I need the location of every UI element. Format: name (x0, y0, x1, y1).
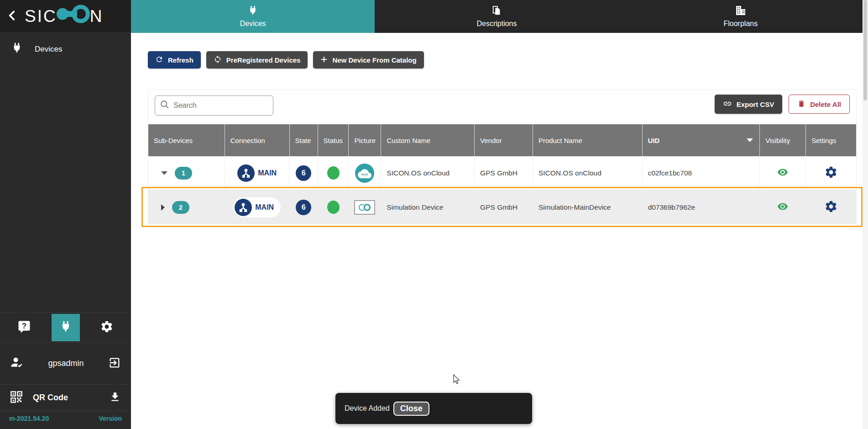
back-button[interactable] (0, 10, 25, 23)
tab-floorplans[interactable]: Floorplans (619, 0, 863, 33)
qr-row: QR Code (0, 384, 131, 411)
export-csv-label: Export CSV (737, 101, 774, 108)
tab-descriptions[interactable]: Descriptions (375, 0, 618, 33)
uid-cell: d07369b7962e (642, 190, 760, 224)
table-actions-bar: Export CSV Delete All (148, 90, 856, 124)
qr-icon[interactable] (10, 391, 23, 405)
vendor-cell: GPS GmbH (474, 156, 533, 190)
refresh-button[interactable]: Refresh (148, 51, 201, 69)
delete-all-button[interactable]: Delete All (789, 95, 850, 114)
version-value: m-2021.54.20 (9, 415, 49, 422)
column-header-connection[interactable]: Connection (225, 124, 289, 156)
column-header-status[interactable]: Status (318, 124, 349, 156)
gear-icon[interactable] (824, 200, 838, 215)
trash-icon (797, 100, 805, 109)
user-row: gpsadmin (0, 342, 131, 384)
descriptions-icon (492, 5, 502, 18)
gear-icon[interactable] (824, 165, 838, 181)
toast-close-button[interactable]: Close (393, 402, 429, 416)
new-device-label: New Device From Catalog (332, 56, 416, 64)
uid-cell: c02fce1bc708 (642, 156, 760, 190)
column-header-sub-devices[interactable]: Sub-Devices (148, 124, 225, 156)
qr-code-label[interactable]: QR Code (23, 393, 109, 403)
refresh-icon (155, 55, 163, 65)
app-logo: SIC N (25, 4, 103, 28)
search-box (155, 95, 273, 116)
plus-icon (320, 56, 328, 64)
product-name-cell: SICON.OS onCloud (533, 156, 642, 190)
vertical-scrollbar[interactable] (863, 0, 868, 429)
sub-device-count-badge: 1 (175, 167, 192, 180)
table-header: Sub-Devices Connection State Status Pict… (148, 124, 856, 156)
devices-panel-button[interactable] (52, 314, 80, 341)
hub-icon (237, 164, 255, 182)
floorplans-icon (735, 5, 746, 18)
app-window: SIC N Devices ? (0, 0, 868, 429)
column-header-custom-name[interactable]: Custom Name (381, 124, 474, 156)
version-row: m-2021.54.20 Version (0, 411, 131, 429)
column-header-visibility[interactable]: Visibility (759, 124, 805, 156)
picture-cell: SICON (348, 156, 381, 190)
picture-cell (348, 190, 381, 224)
main-content: Refresh PreRegistered Devices New Device… (131, 33, 863, 429)
custom-name-cell: Simulation Device (381, 190, 474, 224)
sub-devices-cell: 1 (148, 156, 225, 190)
scrollbar-thumb[interactable] (863, 0, 867, 101)
settings-panel-button[interactable] (93, 314, 121, 341)
status-cell (318, 190, 349, 224)
back-icon (6, 10, 18, 23)
column-header-settings[interactable]: Settings (805, 124, 856, 156)
sidebar: SIC N Devices ? (0, 0, 131, 429)
tab-label: Descriptions (476, 20, 517, 28)
eye-icon[interactable] (776, 201, 790, 214)
sidebar-item-label: Devices (35, 45, 62, 54)
export-csv-button[interactable]: Export CSV (715, 95, 783, 114)
sidebar-footer: ? gpsadmin (0, 312, 131, 429)
sidebar-item-devices[interactable]: Devices (0, 33, 131, 65)
status-online-dot (327, 166, 340, 180)
settings-cell (805, 156, 856, 190)
logo-mark-icon (57, 4, 90, 28)
toast-message: Device Added (345, 404, 390, 413)
table-row[interactable]: 1 MAIN 6 (148, 156, 856, 190)
link-icon (723, 99, 732, 110)
search-icon (160, 100, 170, 111)
plug-icon (248, 5, 257, 18)
state-cell: 6 (289, 190, 318, 224)
device-co-logo-picture (354, 200, 375, 215)
column-header-product-name[interactable]: Product Name (533, 124, 642, 156)
preregistered-label: PreRegistered Devices (226, 56, 301, 64)
logo-text-suffix: N (90, 7, 104, 26)
table-row-selected[interactable]: 2 MAIN 6 (148, 190, 856, 224)
status-online-dot (327, 201, 340, 214)
tab-devices[interactable]: Devices (131, 0, 375, 33)
sub-device-count-badge: 2 (172, 201, 189, 214)
preregistered-devices-button[interactable]: PreRegistered Devices (206, 51, 308, 69)
search-input[interactable] (173, 101, 260, 110)
device-cloud-picture: SICON (355, 164, 374, 183)
plug-icon (60, 320, 71, 335)
sub-devices-cell: 2 (148, 190, 225, 224)
tab-label: Devices (240, 20, 266, 28)
eye-icon[interactable] (776, 167, 790, 180)
download-icon[interactable] (109, 391, 121, 405)
top-tabbar: Devices Descriptions Floorplans (131, 0, 863, 33)
username-label: gpsadmin (24, 359, 108, 368)
expander-collapsed-icon[interactable] (161, 204, 165, 211)
new-device-from-catalog-button[interactable]: New Device From Catalog (313, 51, 424, 69)
status-cell (318, 156, 349, 190)
sidebar-quick-icons: ? (0, 312, 131, 342)
expander-expanded-icon[interactable] (161, 171, 167, 175)
sidebar-header: SIC N (0, 0, 131, 33)
column-header-picture[interactable]: Picture (348, 124, 381, 156)
help-button[interactable]: ? (10, 314, 38, 341)
picture-logo-text: SICON (361, 174, 368, 176)
column-header-uid[interactable]: UID (642, 124, 760, 156)
sync-icon (214, 55, 222, 65)
connection-label: MAIN (258, 169, 277, 177)
sort-desc-icon (747, 138, 753, 142)
column-header-state[interactable]: State (289, 124, 318, 156)
user-check-icon[interactable] (10, 356, 24, 371)
logout-icon[interactable] (108, 356, 121, 371)
column-header-vendor[interactable]: Vendor (474, 124, 533, 156)
